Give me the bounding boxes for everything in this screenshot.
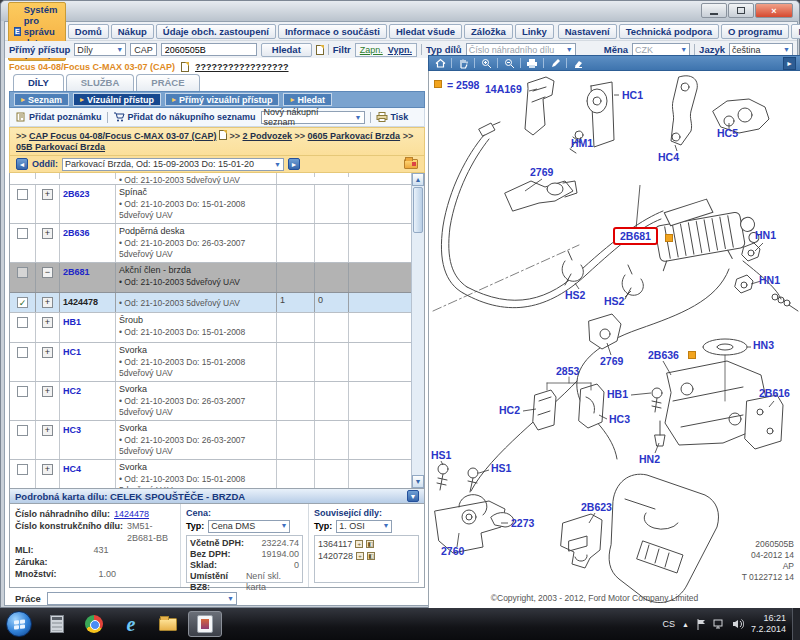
taskbar-clock[interactable]: 16:21 7.2.2014 bbox=[751, 613, 786, 635]
section-dropdown[interactable]: Parkovací Brzda, Od: 15-09-2003 Do: 15-0… bbox=[62, 158, 284, 171]
menu-tab-domu[interactable]: Domů bbox=[68, 24, 109, 39]
related-part-link[interactable]: 1420728 bbox=[318, 550, 353, 562]
open-icon[interactable]: ◧ bbox=[367, 552, 375, 560]
search-input[interactable] bbox=[161, 43, 257, 56]
taskbar-folder-icon[interactable] bbox=[151, 611, 185, 637]
folder-icon[interactable] bbox=[404, 159, 418, 169]
part-code-link[interactable]: HB1 bbox=[63, 317, 81, 327]
tab-sluzba[interactable]: SLUŽBA bbox=[66, 74, 135, 91]
previous-section-button[interactable]: ◄ bbox=[16, 158, 28, 170]
subnav-seznam[interactable]: Seznam bbox=[14, 93, 69, 106]
callout-HN2[interactable]: HN2 bbox=[639, 453, 660, 465]
collapse-button[interactable] bbox=[42, 267, 53, 278]
expand-button[interactable] bbox=[42, 464, 53, 475]
tab-prace[interactable]: PRÁCE bbox=[136, 74, 199, 91]
row-checkbox[interactable] bbox=[17, 425, 28, 436]
open-icon[interactable]: ◧ bbox=[366, 540, 374, 548]
callout-HC4[interactable]: HC4 bbox=[658, 151, 679, 163]
callout-HB1[interactable]: HB1 bbox=[607, 388, 628, 400]
row-checkbox[interactable] bbox=[17, 228, 28, 239]
network-icon[interactable] bbox=[713, 619, 725, 629]
subnav-primy-vizualni-pristup[interactable]: Přímý vizuální přístup bbox=[165, 93, 280, 106]
close-button[interactable]: × bbox=[755, 3, 793, 18]
callout-2B681-highlighted[interactable]: 2B681 bbox=[613, 227, 658, 245]
callout-2273[interactable]: 2273 bbox=[511, 517, 534, 529]
row-checkbox[interactable] bbox=[17, 317, 28, 328]
callout-HN1[interactable]: HN1 bbox=[755, 229, 776, 241]
tab-dily[interactable]: DÍLY bbox=[13, 74, 64, 91]
expand-button[interactable] bbox=[42, 425, 53, 436]
related-type-dropdown[interactable]: 1. OSI▼ bbox=[336, 520, 392, 533]
search-button[interactable]: Hledat bbox=[261, 43, 312, 57]
expand-button[interactable] bbox=[42, 347, 53, 358]
shopping-list-dropdown[interactable]: Nový nákupní seznam▼ bbox=[261, 111, 365, 124]
print-diagram-icon[interactable] bbox=[525, 57, 539, 69]
home-view-icon[interactable] bbox=[433, 57, 447, 69]
menu-tab-linky[interactable]: Linky bbox=[515, 24, 554, 39]
taskbar-calculator-icon[interactable] bbox=[40, 611, 74, 637]
row-checkbox-checked[interactable]: ✓ bbox=[17, 297, 28, 308]
volume-icon[interactable] bbox=[732, 619, 744, 629]
expand-icon[interactable]: + bbox=[355, 540, 363, 548]
add-note-button[interactable]: Přidat poznámku bbox=[16, 112, 102, 122]
eraser-icon[interactable] bbox=[571, 57, 585, 69]
callout-HC3[interactable]: HC3 bbox=[609, 413, 630, 425]
keyboard-language-indicator[interactable]: CS bbox=[663, 619, 676, 629]
zoom-out-icon[interactable] bbox=[502, 57, 516, 69]
callout-HC2[interactable]: HC2 bbox=[499, 404, 520, 416]
callout-2769-upper[interactable]: 2769 bbox=[530, 166, 553, 178]
filter-off-link[interactable]: Vypn. bbox=[388, 45, 412, 55]
taskbar-chrome-icon[interactable] bbox=[77, 611, 111, 637]
add-to-shopping-list-button[interactable]: Přidat do nákupního seznamu bbox=[113, 112, 256, 122]
scroll-thumb[interactable] bbox=[413, 187, 423, 233]
menu-tab-hledat-vsude[interactable]: Hledat všude bbox=[389, 24, 462, 39]
part-code-link[interactable]: HC2 bbox=[63, 386, 81, 396]
scope-dropdown[interactable]: Díly▼ bbox=[74, 43, 126, 56]
zoom-in-icon[interactable] bbox=[479, 57, 493, 69]
price-type-dropdown[interactable]: Cena DMS▼ bbox=[208, 520, 290, 533]
callout-2769-lower[interactable]: 2769 bbox=[600, 355, 623, 367]
maximize-button[interactable] bbox=[728, 3, 754, 18]
expand-icon[interactable]: + bbox=[356, 552, 364, 560]
document-icon[interactable] bbox=[181, 62, 189, 72]
taskbar-ie-icon[interactable]: e bbox=[114, 611, 148, 637]
action-center-flag-icon[interactable] bbox=[696, 619, 706, 630]
filter-on-link[interactable]: Zapn. bbox=[360, 45, 383, 55]
expand-button[interactable] bbox=[42, 317, 53, 328]
callout-HS1[interactable]: HS1 bbox=[491, 462, 511, 474]
callout-HN3[interactable]: HN3 bbox=[753, 339, 774, 351]
pencil-icon[interactable] bbox=[548, 57, 562, 69]
callout-HC1[interactable]: HC1 bbox=[622, 89, 643, 101]
start-button[interactable] bbox=[6, 611, 32, 637]
expand-button[interactable] bbox=[42, 228, 53, 239]
part-number-link[interactable]: 1424478 bbox=[63, 297, 98, 307]
callout-2853[interactable]: 2853 bbox=[556, 365, 579, 377]
part-code-link[interactable]: HC3 bbox=[63, 425, 81, 435]
breadcrumb-link-section[interactable]: 05B Parkovací Brzda bbox=[16, 142, 105, 152]
row-checkbox[interactable] bbox=[17, 347, 28, 358]
panel-expand-arrow[interactable]: ► bbox=[783, 57, 796, 70]
part-code-link[interactable]: 2B636 bbox=[63, 228, 90, 238]
copy-icon[interactable] bbox=[316, 45, 324, 55]
breadcrumb-link-group[interactable]: 2 Podvozek bbox=[242, 131, 292, 141]
subnav-vizualni-pristup[interactable]: Vizuální přístup bbox=[73, 93, 161, 106]
menu-tab-udaje[interactable]: Údaje obch. zastoupení bbox=[156, 24, 276, 39]
row-checkbox[interactable] bbox=[17, 464, 28, 475]
subnav-hledat[interactable]: Hledat bbox=[283, 93, 332, 106]
print-button[interactable]: Tisk bbox=[376, 112, 409, 122]
table-scrollbar[interactable]: ▲ ▼ bbox=[411, 173, 424, 488]
callout-2B636[interactable]: 2B636 bbox=[648, 349, 679, 361]
callout-HS2[interactable]: HS2 bbox=[604, 295, 624, 307]
expand-button[interactable] bbox=[42, 386, 53, 397]
vin-link[interactable]: ????????????????? bbox=[195, 62, 288, 72]
next-section-button[interactable]: ► bbox=[288, 158, 300, 170]
part-code-link[interactable]: 2B623 bbox=[63, 189, 90, 199]
part-code-link[interactable]: 2B681 bbox=[63, 267, 90, 277]
menu-tab-informace[interactable]: Informace o součásti bbox=[278, 24, 387, 39]
callout-HC5[interactable]: HC5 bbox=[717, 127, 738, 139]
show-desktop-button[interactable] bbox=[792, 608, 800, 640]
part-number-link[interactable]: 1424478 bbox=[114, 508, 149, 520]
window-titlebar[interactable]: × bbox=[1, 1, 799, 21]
callout-HN1[interactable]: HN1 bbox=[759, 274, 780, 286]
document-icon[interactable] bbox=[219, 130, 227, 140]
